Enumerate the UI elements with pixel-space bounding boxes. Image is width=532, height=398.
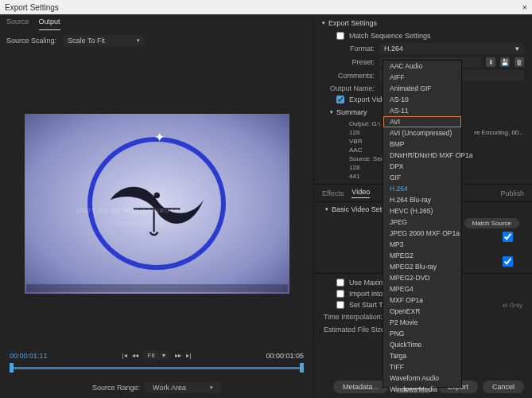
source-scaling-label: Source Scaling: [6, 37, 56, 45]
titlebar: Export Settings × [0, 0, 532, 14]
format-option[interactable]: MPEG2 Blu-ray [383, 261, 461, 272]
match-sequence-checkbox[interactable] [336, 32, 344, 40]
chevron-down-icon: ▾ [515, 45, 519, 53]
export-video-checkbox[interactable] [336, 96, 344, 103]
format-dropdown[interactable]: H.264 ▾ [379, 43, 524, 54]
format-option[interactable]: PNG [383, 328, 461, 339]
chevron-down-icon: ▾ [162, 352, 165, 359]
go-to-in-icon[interactable]: |◂ [122, 352, 126, 359]
svg-point-0 [153, 192, 159, 197]
out-point-handle[interactable] [300, 363, 304, 373]
tab-video[interactable]: Video [351, 188, 370, 198]
format-option[interactable]: BMP [383, 139, 461, 150]
comments-label: Comments: [322, 72, 379, 80]
set-start-tc-checkbox[interactable] [336, 301, 344, 309]
go-to-out-icon[interactable]: ▸| [186, 352, 191, 359]
format-option[interactable]: Wraptor DCP [383, 395, 461, 398]
preview-frame: ✦ (NOT TO BE REDISTRIBUTED OR REPRODUCED… [25, 114, 289, 294]
preview-star-icon: ✦ [154, 130, 165, 145]
step-back-icon[interactable]: ◂◂ [132, 352, 138, 359]
format-option[interactable]: DPX [383, 161, 461, 172]
source-range-label: Source Range: [92, 384, 140, 392]
metadata-button[interactable]: Metadata... [333, 380, 388, 393]
cancel-button[interactable]: Cancel [483, 380, 524, 393]
tab-effects[interactable]: Effects [322, 189, 344, 197]
format-option[interactable]: Waveform Audio [383, 373, 461, 384]
format-option[interactable]: AVI [383, 116, 461, 127]
watermark-line2: OR REPRODUCED) [103, 221, 166, 227]
format-option[interactable]: MXF OP1a [383, 295, 461, 306]
export-settings-header[interactable]: ▾ Export Settings [314, 16, 532, 30]
import-project-checkbox[interactable] [336, 290, 344, 298]
fit-dropdown[interactable]: Fit ▾ [143, 351, 171, 360]
tab-publish[interactable]: Publish [500, 189, 524, 197]
est-size-label: Estimated File Size: [324, 326, 387, 334]
format-option[interactable]: JPEG [383, 217, 461, 228]
match-sequence-label: Match Sequence Settings [349, 32, 431, 40]
format-option[interactable]: MPEG2-DVD [383, 272, 461, 283]
format-option[interactable]: DNxHR/DNxHD MXF OP1a [383, 150, 461, 161]
source-scaling-dropdown[interactable]: Scale To Fit ▾ [63, 35, 145, 46]
timecode-right: 00:00:01:05 [266, 352, 304, 360]
timeline-scrubber[interactable] [10, 363, 304, 373]
format-option[interactable]: MP3 [383, 239, 461, 250]
hardware-encoding-text: re Encoding, 00... [471, 129, 524, 136]
chevron-down-icon: ▾ [322, 20, 325, 26]
format-option[interactable]: QuickTime [383, 339, 461, 350]
format-option[interactable]: JPEG 2000 MXF OP1a [383, 228, 461, 239]
preview-scrubber-overlay[interactable] [26, 284, 288, 292]
format-dropdown-list[interactable]: AAC AudioAIFFAnimated GIFAS-10AS-11AVIAV… [382, 60, 462, 388]
tab-source[interactable]: Source [6, 18, 29, 30]
format-option[interactable]: TIFF [383, 361, 461, 373]
match-source-button[interactable]: Match Source [464, 218, 519, 228]
source-range-dropdown[interactable]: Work Area ▾ [145, 382, 221, 393]
format-option[interactable]: Targa [383, 350, 461, 361]
format-option[interactable]: P2 Movie [383, 317, 461, 328]
tab-output[interactable]: Output [39, 18, 60, 30]
save-preset-icon[interactable]: 💾 [500, 57, 510, 67]
format-label: Format: [322, 45, 379, 53]
width-lock-checkbox[interactable] [503, 232, 513, 242]
chevron-down-icon: ▾ [137, 37, 140, 44]
chevron-down-icon: ▾ [210, 384, 213, 391]
format-option[interactable]: AS-11 [383, 105, 461, 116]
framerate-lock-checkbox[interactable] [503, 256, 513, 267]
format-option[interactable]: MPEG2 [383, 250, 461, 261]
use-max-render-checkbox[interactable] [336, 279, 344, 287]
format-option[interactable]: AS-10 [383, 94, 461, 105]
preset-label: Preset: [322, 58, 379, 66]
format-option[interactable]: H.264 Blu-ray [383, 194, 461, 205]
format-option[interactable]: HEVC (H.265) [383, 205, 461, 217]
window-title: Export Settings [5, 3, 59, 12]
import-preset-icon[interactable]: ⬇ [486, 57, 495, 67]
time-interp-label: Time Interpolation: [324, 313, 382, 321]
close-icon[interactable]: × [522, 2, 527, 12]
format-option[interactable]: AAC Audio [383, 60, 461, 72]
chevron-down-icon: ▾ [330, 109, 333, 115]
delete-preset-icon[interactable]: 🗑 [515, 57, 524, 67]
format-option[interactable]: H.264 [383, 183, 461, 194]
step-fwd-icon[interactable]: ▸▸ [175, 352, 181, 359]
format-option[interactable]: AVI (Uncompressed) [383, 127, 461, 139]
format-option[interactable]: AIFF [383, 72, 461, 83]
format-option[interactable]: MPEG4 [383, 283, 461, 295]
timecode-left[interactable]: 00:00:01:11 [10, 352, 48, 360]
output-name-label: Output Name: [322, 84, 379, 92]
chevron-down-icon: ▾ [325, 206, 328, 213]
format-option[interactable]: OpenEXR [383, 306, 461, 317]
format-option[interactable]: GIF [383, 172, 461, 183]
in-point-handle[interactable] [10, 363, 14, 373]
format-option[interactable]: Animated GIF [383, 83, 461, 94]
format-option[interactable]: Windows Media [383, 384, 461, 395]
watermark-line1: (NOT TO BE REDISTRIBUTED [77, 207, 185, 214]
